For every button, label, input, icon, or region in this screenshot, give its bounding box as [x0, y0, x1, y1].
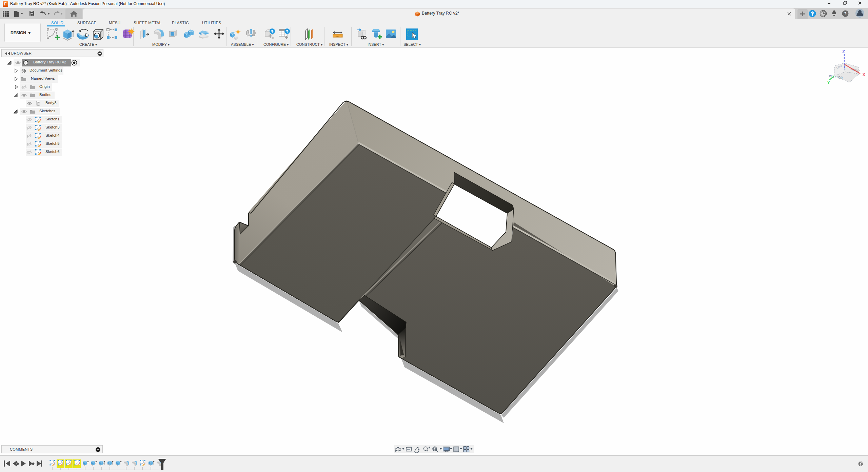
svg-text:F: F — [4, 2, 6, 6]
svg-text:Y: Y — [827, 80, 830, 85]
svg-text:X: X — [862, 72, 866, 77]
svg-text:?: ? — [844, 11, 847, 16]
svg-text:Z: Z — [842, 49, 845, 54]
